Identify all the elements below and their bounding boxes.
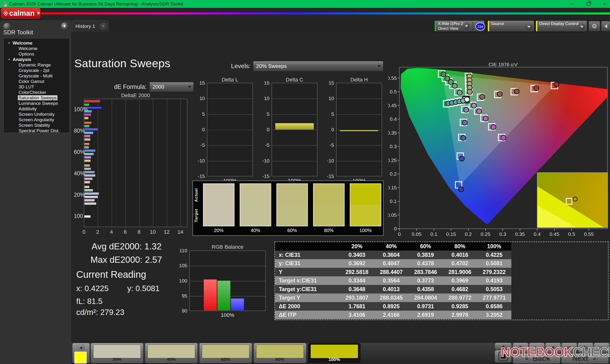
table-cell: 293.1807 [340, 294, 374, 302]
toolbar-collapse-button[interactable] [601, 21, 610, 31]
close-button[interactable]: ✕ [599, 0, 610, 8]
shuffle-icon: ⇄ [567, 345, 571, 351]
minimize-button[interactable] [567, 0, 578, 8]
current-fl-value: fL: 81.5 [76, 297, 103, 306]
y-tick-label: 0.55 [388, 75, 397, 81]
de-bar-60%-0 [84, 143, 90, 145]
meter-dropdown-arrow[interactable] [463, 23, 470, 29]
sidebar-item-3d-lut[interactable]: 3D LUT [4, 84, 69, 90]
gridline [190, 266, 265, 266]
pattern-label: 80% [254, 357, 306, 362]
shuffle-button[interactable]: ⇄ [561, 343, 577, 353]
chart-title: CIE 1976 u'v' [489, 62, 518, 67]
next-button[interactable]: Next» [561, 353, 609, 364]
sidebar-item-spectral-power-dist-[interactable]: Spectral Power Dist. [4, 128, 69, 133]
table-cell: 284.0804 [408, 294, 443, 302]
new-tab-button[interactable]: + [98, 21, 108, 32]
sidebar-item-options[interactable]: Options [4, 51, 69, 57]
target-swatch [204, 205, 234, 226]
de-formula-label: dE Formula: [108, 83, 146, 90]
calman-menu-button[interactable]: calman [1, 8, 41, 19]
chart-title: RGB Balance [189, 244, 266, 250]
calman-app-window: Calman 2025 Calman Ultimate for Business… [0, 0, 610, 364]
stop-button[interactable]: ■ [545, 343, 561, 353]
display-control-dropdown-arrow[interactable] [579, 24, 585, 30]
de-bar-80%-5 [84, 138, 91, 141]
pattern-button-40%[interactable]: 40% [145, 343, 198, 363]
sidebar-item-saturation-sweeps[interactable]: Saturation Sweeps [4, 95, 69, 101]
record-button[interactable]: ● [594, 343, 610, 353]
table-row: x: CIE310.34030.36040.38190.40160.4225 [275, 251, 511, 259]
pattern-collapse-control[interactable] [72, 343, 90, 363]
swatch-60% [276, 183, 308, 226]
deltae-plot-area [84, 99, 187, 227]
gear-icon: ⚙ [592, 23, 597, 30]
tab-history-1[interactable]: History 1 [72, 21, 99, 32]
actual-swatch [240, 184, 271, 205]
chevron-left-icon [605, 24, 607, 28]
sidebar-item-screen-angularity[interactable]: Screen Angularity [4, 117, 69, 122]
levels-label: Levels: [224, 62, 251, 70]
pattern-button-80%[interactable]: 80% [254, 343, 306, 363]
stop-flag-button[interactable]: ⚑ [513, 343, 529, 353]
source-dropdown[interactable]: Source [488, 21, 534, 32]
y-tick-label: 90 [176, 308, 187, 314]
levels-value: 20% Sweeps [256, 63, 287, 69]
sidebar: SDR Toolkit WelcomeWelcomeOptionsAnalysi… [0, 20, 72, 364]
collapse-up-button[interactable] [78, 344, 85, 351]
table-cell: 2.6919 [408, 311, 443, 319]
restore-button[interactable] [583, 0, 594, 8]
levels-dropdown[interactable]: 20% Sweeps [253, 61, 383, 71]
refresh-button[interactable]: ↻ [578, 343, 593, 353]
row-label: Target Y [275, 294, 340, 302]
sidebar-item-dynamic-range[interactable]: Dynamic Range [4, 62, 69, 68]
meter-count-badge: 234 [475, 23, 485, 30]
measured-dot-blue [464, 107, 469, 112]
measured-dot-magenta [491, 125, 496, 130]
pattern-button-100%[interactable]: 100% [308, 343, 361, 363]
table-cell: 0.4225 [477, 251, 511, 259]
sidebar-item-grayscale-multi[interactable]: Grayscale - Multi [4, 73, 69, 78]
sidebar-item-color-gamut[interactable]: Color Gamut [4, 78, 69, 84]
pattern-button-60%[interactable]: 60% [199, 343, 252, 363]
table-cell: 1.7681 [340, 302, 374, 311]
table-cell: 0.3819 [408, 251, 443, 259]
sidebar-item-welcome[interactable]: Welcome [4, 46, 69, 51]
panel-collapse-button[interactable] [495, 343, 512, 350]
play-button[interactable]: ▶ [529, 343, 545, 353]
sidebar-item-colorchecker[interactable]: ColorChecker [4, 90, 69, 95]
y-tick-label: -5 [257, 142, 270, 148]
sidebar-title: SDR Toolkit [3, 29, 33, 36]
x-tick-label: 0.55 [584, 231, 594, 237]
sidebar-item-screen-uniformity[interactable]: Screen Uniformity [4, 112, 69, 117]
x-tick-label: 0.4 [534, 231, 541, 237]
table-cell: 0.4358 [408, 285, 443, 294]
settings-button[interactable]: ⚙ [589, 21, 600, 31]
meter-dropdown[interactable]: X-Rite i1Pro 2 Direct View 234 [434, 21, 485, 32]
play-icon: ▶ [535, 345, 539, 351]
sidebar-item-grayscale-2pt[interactable]: Grayscale - 2pt [4, 68, 69, 73]
sidebar-item-screen-stability[interactable]: Screen Stability [4, 122, 69, 128]
sidebar-collapse-button[interactable] [61, 22, 68, 29]
table-cell: 0.5081 [477, 259, 511, 268]
pattern-button-20%[interactable]: 20% [91, 343, 143, 363]
table-cell: 0.3344 [340, 276, 374, 285]
chevron-down-icon [465, 25, 468, 27]
sidebar-item-additivity[interactable]: Additivity [4, 106, 69, 112]
table-cell: 281.9006 [443, 268, 477, 276]
table-cell: 0.4682 [443, 285, 477, 294]
back-button[interactable]: «Back [513, 353, 560, 364]
source-dropdown-arrow[interactable] [526, 24, 532, 30]
sidebar-item-luminance-sweeps[interactable]: Luminance Sweeps [4, 101, 69, 106]
stop-pattern-button[interactable] [495, 350, 512, 363]
gridline [337, 114, 382, 115]
sidebar-group-welcome[interactable]: Welcome [4, 40, 69, 46]
calman-menu-dropdown[interactable] [37, 11, 40, 16]
de-bar-60%-2 [84, 149, 96, 152]
calman-logo-text: calman [9, 9, 35, 18]
de-formula-dropdown[interactable]: 2000 [149, 82, 194, 92]
display-control-dropdown[interactable]: Direct Display Control [536, 21, 587, 32]
sidebar-group-analysis[interactable]: Analysis [4, 57, 69, 62]
gridline [207, 114, 253, 115]
calman-diamond-icon [3, 10, 8, 17]
